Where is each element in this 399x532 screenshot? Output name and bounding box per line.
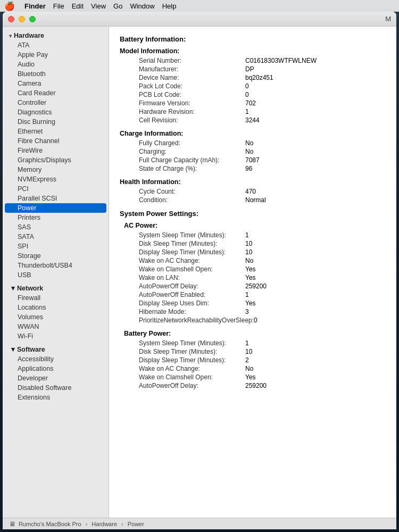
breadcrumb-2: Hardware: [92, 521, 117, 527]
disk-sleep-row: Disk Sleep Timer (Minutes): 10: [120, 239, 386, 248]
menu-view[interactable]: View: [91, 2, 106, 10]
software-section-header[interactable]: ▾ Software: [3, 344, 109, 354]
menu-finder[interactable]: Finder: [24, 2, 46, 10]
sidebar-item-bluetooth[interactable]: Bluetooth: [3, 69, 109, 79]
sidebar-item-printers[interactable]: Printers: [3, 213, 109, 222]
prioritize-value: 0: [254, 317, 257, 324]
menu-window[interactable]: Window: [130, 2, 154, 10]
cycle-count-value: 470: [245, 188, 256, 195]
sidebar-item-graphicsdisplays[interactable]: Graphics/Displays: [3, 155, 109, 165]
sidebar-item-storage[interactable]: Storage: [3, 251, 109, 261]
device-name-row: Device Name: bq20z451: [120, 73, 386, 82]
sidebar-item-camera[interactable]: Camera: [3, 79, 109, 88]
menu-file[interactable]: File: [53, 2, 64, 10]
menu-go[interactable]: Go: [113, 2, 122, 10]
sidebar-item-power[interactable]: Power: [5, 203, 106, 213]
battery-power-group: Battery Power: System Sleep Timer (Minut…: [120, 330, 386, 390]
sidebar-item-firewire[interactable]: FireWire: [3, 146, 109, 155]
sidebar-item-controller[interactable]: Controller: [3, 98, 109, 107]
bat-wake-ac-label: Wake on AC Change:: [139, 365, 245, 372]
breadcrumb-sep-2: ›: [121, 521, 123, 527]
hardware-rev-row: Hardware Revision: 1: [120, 107, 386, 116]
serial-number-label: Serial Number:: [139, 57, 245, 64]
pcb-lot-label: PCB Lot Code:: [139, 91, 245, 98]
sidebar-item-cardreader[interactable]: Card Reader: [3, 88, 109, 98]
sidebar-item-wwan[interactable]: WWAN: [3, 322, 109, 331]
sidebar-item-usb[interactable]: USB: [3, 270, 109, 280]
menu-edit[interactable]: Edit: [72, 2, 84, 10]
disk-sleep-value: 10: [245, 240, 252, 247]
network-chevron: ▾: [11, 284, 15, 292]
charging-row: Charging: No: [120, 147, 386, 156]
menu-bar: 🍎 Finder File Edit View Go Window Help: [0, 0, 399, 12]
fully-charged-value: No: [245, 139, 253, 147]
sidebar-item-audio[interactable]: Audio: [3, 60, 109, 69]
hardware-rev-label: Hardware Revision:: [139, 108, 245, 115]
auto-power-enabled-row: AutoPowerOff Enabled: 1: [120, 290, 386, 299]
sidebar-item-parallelscsi[interactable]: Parallel SCSI: [3, 194, 109, 203]
sidebar-item-sata[interactable]: SATA: [3, 232, 109, 242]
software-header-label: Software: [17, 346, 45, 353]
fully-charged-row: Fully Charged: No: [120, 139, 386, 147]
wake-ac-value: No: [245, 257, 253, 264]
pack-lot-label: Pack Lot Code:: [139, 82, 245, 90]
sidebar-item-applepay[interactable]: Apple Pay: [3, 50, 109, 60]
display-sleep-dim-value: Yes: [245, 300, 256, 307]
system-power-title: System Power Settings:: [120, 210, 386, 218]
fully-charged-label: Fully Charged:: [139, 139, 245, 147]
bat-sys-sleep-row: System Sleep Timer (Minutes): 1: [120, 339, 386, 347]
sidebar-item-fibrechannel[interactable]: Fibre Channel: [3, 136, 109, 146]
menu-help[interactable]: Help: [162, 2, 177, 10]
cycle-count-label: Cycle Count:: [139, 188, 245, 195]
wake-ac-label: Wake on AC Change:: [139, 257, 245, 264]
bat-display-sleep-row: Display Sleep Timer (Minutes): 2: [120, 356, 386, 364]
bat-wake-clamshell-label: Wake on Clamshell Open:: [139, 373, 245, 381]
model-info-title: Model Information:: [120, 47, 386, 55]
prioritize-row: PrioritizeNetworkReachabilityOverSleep: …: [120, 316, 386, 325]
minimize-button[interactable]: [19, 16, 25, 22]
ac-power-group: AC Power: System Sleep Timer (Minutes): …: [120, 222, 386, 325]
sidebar-item-applications[interactable]: Applications: [3, 364, 109, 373]
hardware-section-header[interactable]: ▾ Hardware: [3, 31, 109, 40]
firmware-value: 702: [245, 99, 256, 107]
charge-info-title: Charge Information:: [120, 130, 386, 137]
auto-power-delay-value: 259200: [245, 282, 267, 290]
auto-power-enabled-label: AutoPowerOff Enabled:: [139, 291, 245, 298]
macbook-icon: 🖥: [9, 520, 15, 528]
state-charge-row: State of Charge (%): 96: [120, 164, 386, 173]
sidebar-item-ethernet[interactable]: Ethernet: [3, 127, 109, 136]
sidebar-item-discburning[interactable]: Disc Burning: [3, 117, 109, 127]
bat-sys-sleep-label: System Sleep Timer (Minutes):: [139, 339, 245, 347]
network-header-label: Network: [17, 285, 43, 292]
sidebar-item-memory[interactable]: Memory: [3, 165, 109, 174]
network-section-header[interactable]: ▾ Network: [3, 283, 109, 293]
sidebar-item-pci[interactable]: PCI: [3, 184, 109, 194]
cell-rev-value: 3244: [245, 117, 260, 124]
sidebar-item-disabled-software[interactable]: Disabled Software: [3, 383, 109, 393]
sidebar-item-accessibility[interactable]: Accessibility: [3, 354, 109, 364]
sidebar-item-locations[interactable]: Locations: [3, 303, 109, 312]
sidebar-item-sas[interactable]: SAS: [3, 222, 109, 232]
sidebar-item-spi[interactable]: SPI: [3, 242, 109, 251]
sidebar-item-volumes[interactable]: Volumes: [3, 312, 109, 322]
display-sleep-row: Display Sleep Timer (Minutes): 10: [120, 248, 386, 256]
apple-menu[interactable]: 🍎: [4, 1, 15, 11]
display-sleep-label: Display Sleep Timer (Minutes):: [139, 248, 245, 256]
sidebar-item-diagnostics[interactable]: Diagnostics: [3, 107, 109, 117]
system-information-window: M ▾ Hardware ATA Apple Pay Audio Bluetoo…: [3, 12, 396, 529]
sidebar-item-extensions[interactable]: Extensions: [3, 393, 109, 402]
maximize-button[interactable]: [29, 16, 36, 22]
sidebar-item-developer[interactable]: Developer: [3, 373, 109, 383]
bat-wake-ac-row: Wake on AC Change: No: [120, 364, 386, 373]
prioritize-label: PrioritizeNetworkReachabilityOverSleep:: [139, 317, 254, 324]
sidebar-item-thunderbolt[interactable]: Thunderbolt/USB4: [3, 261, 109, 270]
sidebar-item-ata[interactable]: ATA: [3, 40, 109, 50]
close-button[interactable]: [8, 16, 14, 22]
sidebar-item-nvmexpress[interactable]: NVMExpress: [3, 174, 109, 184]
sidebar-item-firewall[interactable]: Firewall: [3, 293, 109, 303]
serial-number-row: Serial Number: C01618303WTFWLNEW: [120, 56, 386, 65]
manufacturer-label: Manufacturer:: [139, 65, 245, 73]
sidebar-item-wifi[interactable]: Wi-Fi: [3, 331, 109, 341]
wake-clamshell-row: Wake on Clamshell Open: Yes: [120, 265, 386, 273]
firmware-label: Firmware Version:: [139, 99, 245, 107]
